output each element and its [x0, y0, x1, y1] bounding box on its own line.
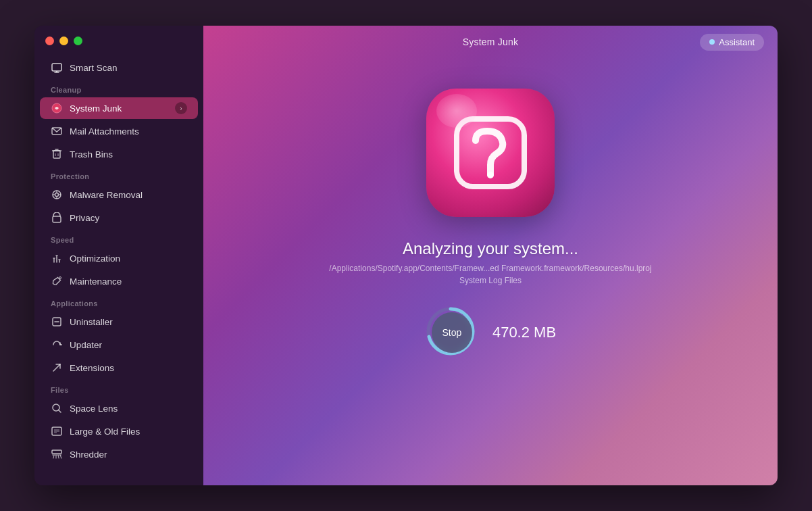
- extensions-icon: [51, 362, 63, 374]
- shredder-label: Shredder: [70, 449, 107, 460]
- large-old-files-icon: [51, 425, 63, 437]
- updater-icon: [51, 339, 63, 351]
- svg-point-39: [487, 172, 494, 178]
- svg-point-11: [55, 193, 59, 197]
- active-indicator: ›: [175, 102, 187, 114]
- sidebar-item-system-junk[interactable]: System Junk ›: [40, 97, 198, 119]
- log-category-text: System Log Files: [459, 276, 522, 285]
- privacy-label: Privacy: [70, 213, 99, 223]
- svg-line-33: [53, 455, 54, 458]
- assistant-dot: [709, 39, 715, 45]
- privacy-icon: [51, 212, 63, 224]
- svg-point-23: [59, 277, 61, 279]
- main-title: System Junk: [463, 36, 518, 47]
- maintenance-label: Maintenance: [70, 276, 122, 287]
- scan-path-text: /Applications/Spotify.app/Contents/Frame…: [329, 264, 651, 273]
- sidebar-item-shredder[interactable]: Shredder: [40, 443, 198, 465]
- section-cleanup: Cleanup: [34, 79, 203, 97]
- updater-label: Updater: [70, 340, 102, 350]
- uninstaller-icon: [51, 316, 63, 328]
- assistant-button[interactable]: Assistant: [700, 34, 764, 51]
- stop-button-wrapper: Stop: [425, 306, 479, 360]
- system-junk-icon: [51, 102, 63, 114]
- svg-line-35: [58, 455, 59, 458]
- space-lens-icon: [51, 402, 63, 414]
- extensions-label: Extensions: [70, 363, 114, 373]
- section-applications: Applications: [34, 293, 203, 310]
- trash-bins-icon: [51, 148, 63, 160]
- sidebar-item-malware-removal[interactable]: Malware Removal: [40, 184, 198, 205]
- app-logo-svg: [450, 112, 531, 193]
- malware-removal-label: Malware Removal: [70, 190, 143, 200]
- sidebar-item-extensions[interactable]: Extensions: [40, 357, 198, 379]
- sidebar-item-uninstaller[interactable]: Uninstaller: [40, 311, 198, 333]
- svg-line-36: [60, 455, 61, 458]
- maximize-button[interactable]: [74, 36, 82, 45]
- svg-line-27: [59, 410, 61, 412]
- malware-removal-icon: [51, 189, 63, 201]
- optimization-icon: [51, 252, 63, 264]
- smart-scan-label: Smart Scan: [70, 63, 118, 73]
- system-junk-label: System Junk: [70, 103, 122, 114]
- sidebar-item-large-old-files[interactable]: Large & Old Files: [40, 420, 198, 442]
- app-icon-wrapper: [423, 85, 558, 220]
- svg-rect-16: [53, 216, 61, 222]
- assistant-label: Assistant: [719, 37, 755, 47]
- scan-size-text: 470.2 MB: [492, 324, 556, 341]
- sidebar-item-space-lens[interactable]: Space Lens: [40, 397, 198, 419]
- section-files: Files: [34, 379, 203, 397]
- mail-attachments-label: Mail Attachments: [70, 126, 139, 137]
- main-content: System Junk Assistant: [203, 26, 778, 485]
- smart-scan-icon: [51, 62, 63, 74]
- optimization-label: Optimization: [70, 253, 120, 264]
- shredder-icon: [51, 448, 63, 460]
- close-button[interactable]: [45, 36, 54, 45]
- analyzing-text: Analyzing your system...: [403, 239, 578, 258]
- svg-rect-5: [53, 151, 60, 158]
- sidebar-item-optimization[interactable]: Optimization: [40, 247, 198, 269]
- uninstaller-label: Uninstaller: [70, 317, 113, 327]
- section-protection: Protection: [34, 166, 203, 183]
- sidebar-item-trash-bins[interactable]: Trash Bins: [40, 143, 198, 165]
- app-window: Smart Scan Cleanup System Junk › Mail At…: [34, 26, 778, 485]
- trash-bins-label: Trash Bins: [70, 149, 113, 160]
- sidebar-item-mail-attachments[interactable]: Mail Attachments: [40, 120, 198, 142]
- svg-rect-32: [52, 450, 61, 454]
- maintenance-icon: [51, 275, 63, 287]
- mail-attachments-icon: [51, 125, 63, 137]
- app-icon: [426, 89, 555, 217]
- sidebar-item-smart-scan[interactable]: Smart Scan: [40, 57, 198, 78]
- titlebar: [34, 36, 203, 56]
- section-speed: Speed: [34, 229, 203, 247]
- sidebar-item-maintenance[interactable]: Maintenance: [40, 270, 198, 292]
- large-old-files-label: Large & Old Files: [70, 427, 140, 437]
- main-header: System Junk Assistant: [203, 26, 778, 58]
- space-lens-label: Space Lens: [70, 404, 118, 414]
- svg-rect-0: [52, 64, 61, 71]
- minimize-button[interactable]: [59, 36, 68, 45]
- sidebar: Smart Scan Cleanup System Junk › Mail At…: [34, 26, 203, 485]
- stop-button[interactable]: Stop: [432, 312, 472, 353]
- sidebar-item-privacy[interactable]: Privacy: [40, 207, 198, 228]
- stop-area: Stop 470.2 MB: [425, 306, 556, 360]
- icon-area: Analyzing your system... /Applications/S…: [329, 85, 651, 360]
- sidebar-item-updater[interactable]: Updater: [40, 334, 198, 356]
